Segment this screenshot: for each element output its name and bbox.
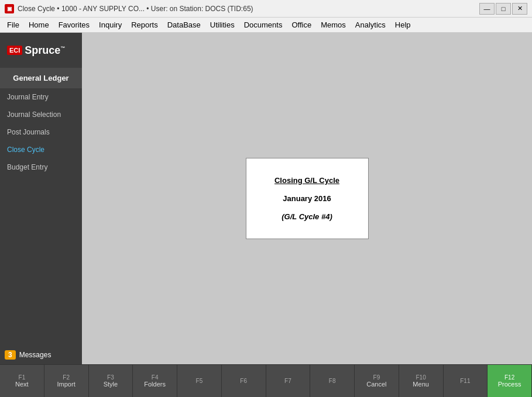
fkey-f9-name: Cancel [366, 381, 386, 388]
fkey-f2-name: Import [57, 381, 75, 388]
menu-reports[interactable]: Reports [126, 19, 163, 31]
fkey-f1[interactable]: F1 Next [0, 365, 44, 397]
minimize-button[interactable]: — [479, 3, 495, 15]
content-area: Closing G/L Cycle January 2016 (G/L Cycl… [82, 33, 532, 364]
fkey-f8-label: F8 [329, 378, 336, 384]
fkey-f7: F7 [266, 365, 311, 397]
fkey-f3-name: Style [104, 381, 118, 388]
fkey-f2[interactable]: F2 Import [44, 365, 89, 397]
menu-file[interactable]: File [2, 19, 24, 31]
fkey-f3-label: F3 [107, 374, 114, 381]
fkey-f1-label: F1 [19, 374, 26, 381]
menu-utilities[interactable]: Utilities [205, 19, 239, 31]
app-icon: ▣ [5, 4, 14, 13]
fkey-f10-name: Menu [413, 381, 429, 388]
fkey-f4[interactable]: F4 Folders [133, 365, 177, 397]
close-button[interactable]: ✕ [512, 3, 527, 15]
messages-label: Messages [19, 351, 52, 359]
sidebar-bottom: 3 Messages [0, 346, 82, 364]
menu-database[interactable]: DataBase [163, 19, 205, 31]
fkey-f4-name: Folders [144, 381, 166, 388]
title-bar: ▣ Close Cycle • 1000 - ANY SUPPLY CO... … [0, 0, 532, 18]
menu-memos[interactable]: Memos [316, 19, 351, 31]
fkey-f6-label: F6 [240, 378, 247, 384]
dialog-cycle: (G/L Cycle #4) [258, 212, 356, 221]
main-layout: ECI Spruce™ General Ledger Journal Entry… [0, 33, 532, 364]
menu-help[interactable]: Help [390, 19, 416, 31]
fkey-f11-label: F11 [460, 378, 470, 384]
fkey-f12-name: Process [498, 381, 521, 388]
fkey-f8: F8 [310, 365, 355, 397]
fkey-f7-label: F7 [284, 378, 291, 384]
dialog-month: January 2016 [258, 194, 356, 203]
menu-documents[interactable]: Documents [239, 19, 287, 31]
fkey-f3[interactable]: F3 Style [89, 365, 133, 397]
menu-analytics[interactable]: Analytics [351, 19, 390, 31]
fkey-f1-name: Next [15, 381, 29, 388]
fkey-f12-label: F12 [504, 374, 514, 381]
window-controls[interactable]: — □ ✕ [479, 3, 527, 15]
fkey-f2-label: F2 [63, 374, 70, 381]
sidebar-item-budget-entry[interactable]: Budget Entry [0, 158, 82, 176]
fkey-f11: F11 [444, 365, 488, 397]
messages-badge[interactable]: 3 Messages [5, 350, 77, 360]
sidebar-section-title: General Ledger [0, 68, 82, 88]
sidebar: ECI Spruce™ General Ledger Journal Entry… [0, 33, 82, 364]
spruce-logo: Spruce™ [25, 44, 65, 57]
fkey-f5: F5 [177, 365, 222, 397]
menu-bar: File Home Favorites Inquiry Reports Data… [0, 18, 532, 33]
messages-count: 3 [5, 350, 16, 360]
dialog-title: Closing G/L Cycle [258, 176, 356, 185]
sidebar-item-close-cycle[interactable]: Close Cycle [0, 141, 82, 158]
menu-office[interactable]: Office [287, 19, 316, 31]
fkey-f6: F6 [222, 365, 266, 397]
title-bar-left: ▣ Close Cycle • 1000 - ANY SUPPLY CO... … [5, 4, 253, 13]
menu-inquiry[interactable]: Inquiry [94, 19, 126, 31]
menu-home[interactable]: Home [24, 19, 54, 31]
sidebar-item-post-journals[interactable]: Post Journals [0, 123, 82, 141]
eci-logo: ECI [7, 46, 22, 55]
fkey-f9-label: F9 [373, 374, 380, 381]
fkey-f9[interactable]: F9 Cancel [355, 365, 399, 397]
fkey-f5-label: F5 [196, 378, 203, 384]
closing-dialog: Closing G/L Cycle January 2016 (G/L Cycl… [246, 158, 369, 239]
fkey-bar: F1 Next F2 Import F3 Style F4 Folders F5… [0, 364, 532, 397]
maximize-button[interactable]: □ [496, 3, 511, 15]
menu-favorites[interactable]: Favorites [54, 19, 94, 31]
sidebar-item-journal-selection[interactable]: Journal Selection [0, 106, 82, 123]
fkey-f4-label: F4 [152, 374, 159, 381]
logo-area: ECI Spruce™ [0, 33, 82, 68]
fkey-f12[interactable]: F12 Process [488, 365, 532, 397]
sidebar-item-journal-entry[interactable]: Journal Entry [0, 88, 82, 106]
fkey-f10[interactable]: F10 Menu [399, 365, 444, 397]
fkey-f10-label: F10 [416, 374, 426, 381]
title-bar-text: Close Cycle • 1000 - ANY SUPPLY CO... • … [18, 5, 253, 13]
